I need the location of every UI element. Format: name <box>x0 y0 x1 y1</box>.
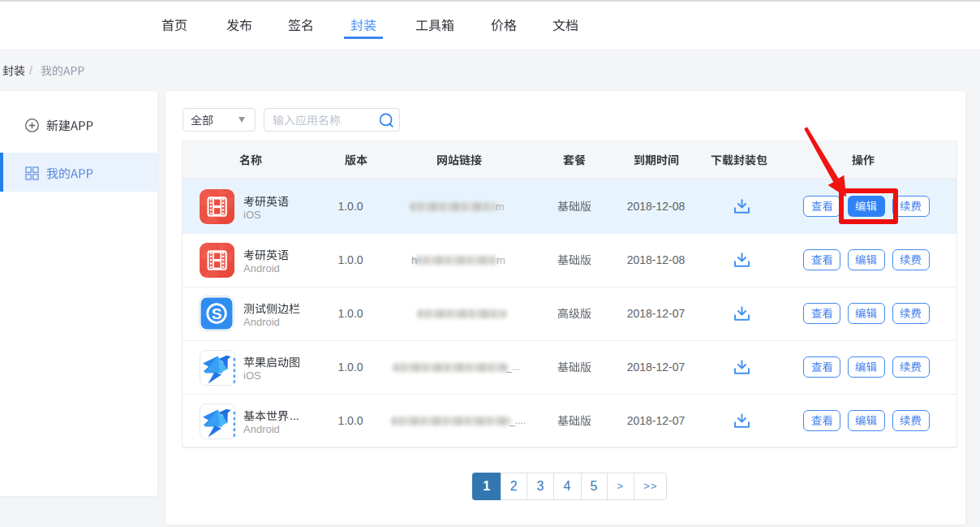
svg-text:S: S <box>212 305 222 322</box>
